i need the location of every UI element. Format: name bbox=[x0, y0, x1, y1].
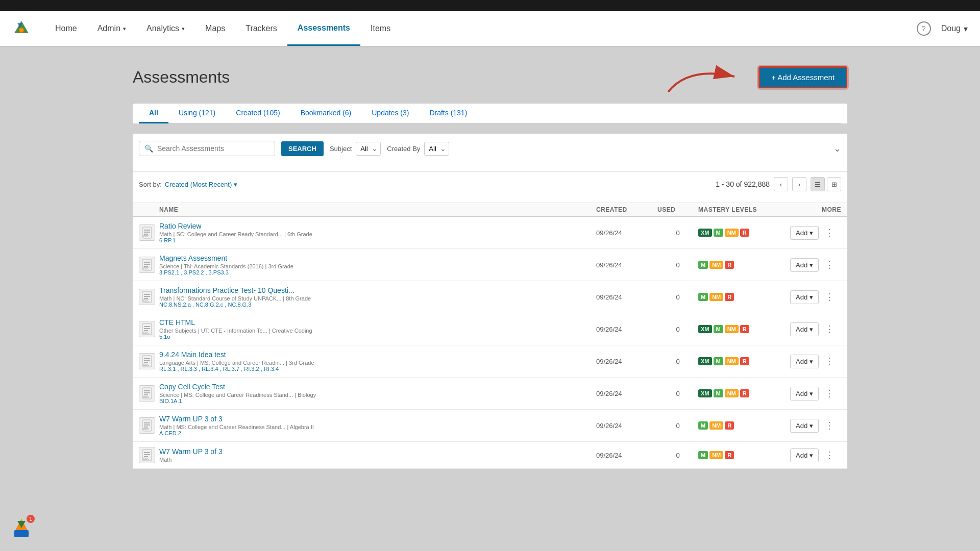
standard-code-link[interactable]: RL.3.1 , RL.3.3 , RL.3.4 , RL.3.7 , RI.3… bbox=[159, 366, 279, 372]
assessment-name[interactable]: W7 Warm UP 3 of 3 bbox=[159, 447, 596, 456]
assessment-used: 0 bbox=[657, 452, 698, 459]
search-input[interactable] bbox=[157, 144, 270, 153]
row-actions: Add ▾ ⋮ bbox=[790, 226, 841, 240]
add-dropdown-icon: ▾ bbox=[810, 229, 813, 237]
pagination-prev-button[interactable]: ‹ bbox=[774, 177, 788, 191]
mastery-badge-r: R bbox=[725, 451, 734, 459]
row-actions: Add ▾ ⋮ bbox=[790, 448, 841, 462]
assessment-name[interactable]: CTE HTML bbox=[159, 318, 596, 327]
svg-text:DOC: DOC bbox=[143, 395, 150, 398]
col-mastery: MASTERY LEVELS bbox=[698, 206, 790, 213]
mastery-levels: MNMR bbox=[698, 451, 790, 459]
mastery-badge-xm: XM bbox=[698, 357, 712, 365]
add-assessment-wrapper: + Add Assessment bbox=[758, 66, 847, 88]
navbar-right: ? Doug ▾ bbox=[917, 21, 968, 36]
table-row: DOC Transformations Practice Test- 10 Qu… bbox=[133, 281, 847, 313]
nav-items[interactable]: Items bbox=[360, 11, 401, 46]
view-toggle-group: ☰ ⊞ bbox=[811, 177, 841, 191]
add-to-button[interactable]: Add ▾ bbox=[790, 290, 819, 304]
tab-updates[interactable]: Updates (3) bbox=[361, 104, 419, 123]
col-more: MORE bbox=[790, 206, 841, 213]
app-logo[interactable] bbox=[12, 19, 31, 39]
assessment-name[interactable]: Magnets Assessment bbox=[159, 254, 596, 262]
standard-code-link[interactable]: NC.8.NS.2.a , NC.8.G.2.c , NC.8.G.3 bbox=[159, 302, 251, 308]
nav-maps[interactable]: Maps bbox=[195, 11, 235, 46]
pagination-right: 1 - 30 of 922,888 ‹ › ☰ ⊞ bbox=[716, 177, 841, 191]
assessment-meta: Science | TN: Academic Standards (2016) … bbox=[159, 263, 596, 276]
svg-text:DOC: DOC bbox=[143, 331, 150, 334]
expand-filters-button[interactable]: ⌄ bbox=[834, 143, 841, 154]
more-options-button[interactable]: ⋮ bbox=[822, 419, 837, 432]
svg-text:DOC: DOC bbox=[143, 299, 150, 302]
add-to-button[interactable]: Add ▾ bbox=[790, 355, 819, 368]
assessment-name[interactable]: 9.4.24 Main Idea test bbox=[159, 350, 596, 359]
tab-all[interactable]: All bbox=[139, 104, 168, 123]
table-row: DOC 9.4.24 Main Idea test Language Arts … bbox=[133, 345, 847, 378]
user-menu[interactable]: Doug ▾ bbox=[941, 24, 968, 34]
nav-links: Home Admin ▾ Analytics ▾ Maps Trackers A… bbox=[45, 11, 917, 46]
admin-dropdown-icon: ▾ bbox=[123, 26, 126, 32]
navbar: Home Admin ▾ Analytics ▾ Maps Trackers A… bbox=[0, 11, 980, 46]
mastery-badge-m: M bbox=[714, 325, 723, 333]
page-header: Assessments + Add Assessment bbox=[133, 66, 847, 88]
assessment-used: 0 bbox=[657, 358, 698, 365]
add-assessment-button[interactable]: + Add Assessment bbox=[758, 66, 847, 88]
assessment-name[interactable]: Transformations Practice Test- 10 Questi… bbox=[159, 286, 596, 294]
mastery-badge-m: M bbox=[698, 293, 708, 301]
nav-admin[interactable]: Admin ▾ bbox=[87, 11, 136, 46]
add-to-button[interactable]: Add ▾ bbox=[790, 258, 819, 272]
table-header: NAME CREATED USED MASTERY LEVELS MORE bbox=[133, 203, 847, 217]
standard-code-link[interactable]: 6.RP.1 bbox=[159, 237, 176, 243]
more-options-button[interactable]: ⋮ bbox=[822, 322, 837, 336]
nav-home[interactable]: Home bbox=[45, 11, 87, 46]
tab-bookmarked[interactable]: Bookmarked (6) bbox=[290, 104, 362, 123]
mastery-badge-nm: NM bbox=[725, 229, 739, 237]
assessment-meta: Math | SC: College and Career Ready Stan… bbox=[159, 231, 596, 243]
search-button[interactable]: SEARCH bbox=[281, 141, 324, 156]
standard-code-link[interactable]: 5.1o bbox=[159, 334, 170, 340]
more-options-button[interactable]: ⋮ bbox=[822, 355, 837, 368]
assessment-name[interactable]: Copy Cell Cycle Test bbox=[159, 383, 596, 391]
tab-created[interactable]: Created (105) bbox=[226, 104, 290, 123]
svg-text:DOC: DOC bbox=[143, 363, 150, 366]
bottom-logo[interactable]: 1 bbox=[10, 517, 33, 541]
tab-using[interactable]: Using (121) bbox=[168, 104, 226, 123]
table-row: DOC Copy Cell Cycle Test Science | MS: C… bbox=[133, 378, 847, 410]
add-dropdown-icon: ▾ bbox=[810, 261, 813, 269]
sort-value[interactable]: Created (Most Recent) ▾ bbox=[165, 181, 237, 188]
more-options-button[interactable]: ⋮ bbox=[822, 290, 837, 304]
created-by-label: Created By bbox=[387, 145, 420, 153]
list-view-button[interactable]: ☰ bbox=[811, 177, 825, 191]
created-by-select[interactable]: All bbox=[424, 142, 449, 156]
add-to-button[interactable]: Add ▾ bbox=[790, 387, 819, 400]
assessment-used: 0 bbox=[657, 261, 698, 269]
assessment-icon: DOC bbox=[139, 353, 155, 369]
subject-select[interactable]: All bbox=[356, 142, 381, 156]
analytics-dropdown-icon: ▾ bbox=[182, 26, 185, 32]
more-options-button[interactable]: ⋮ bbox=[822, 448, 837, 462]
standard-code-link[interactable]: A.CED.2 bbox=[159, 430, 181, 436]
assessment-name[interactable]: W7 Warm UP 3 of 3 bbox=[159, 415, 596, 423]
standard-code-link[interactable]: BIO.1A.1 bbox=[159, 398, 182, 404]
help-icon[interactable]: ? bbox=[917, 21, 931, 36]
grid-view-button[interactable]: ⊞ bbox=[827, 177, 841, 191]
add-to-button[interactable]: Add ▾ bbox=[790, 448, 819, 462]
more-options-button[interactable]: ⋮ bbox=[822, 258, 837, 271]
standard-code-link[interactable]: 3.PS2.1 , 3.PS2.2 , 3.PS3.3 bbox=[159, 269, 229, 276]
nav-assessments[interactable]: Assessments bbox=[287, 11, 360, 46]
mastery-badge-xm: XM bbox=[698, 325, 712, 333]
add-to-button[interactable]: Add ▾ bbox=[790, 419, 819, 433]
more-options-button[interactable]: ⋮ bbox=[822, 387, 837, 400]
nav-trackers[interactable]: Trackers bbox=[235, 11, 287, 46]
assessment-name[interactable]: Ratio Review bbox=[159, 222, 596, 230]
pagination-next-button[interactable]: › bbox=[792, 177, 806, 191]
mastery-levels: MNMR bbox=[698, 421, 790, 430]
assessment-date: 09/26/24 bbox=[596, 358, 657, 365]
tab-drafts[interactable]: Drafts (131) bbox=[419, 104, 477, 123]
add-to-button[interactable]: Add ▾ bbox=[790, 226, 819, 240]
mastery-badge-r: R bbox=[725, 293, 734, 301]
add-to-button[interactable]: Add ▾ bbox=[790, 322, 819, 336]
nav-analytics[interactable]: Analytics ▾ bbox=[136, 11, 195, 46]
more-options-button[interactable]: ⋮ bbox=[822, 226, 837, 239]
table-row: DOC CTE HTML Other Subjects | UT: CTE - … bbox=[133, 313, 847, 345]
